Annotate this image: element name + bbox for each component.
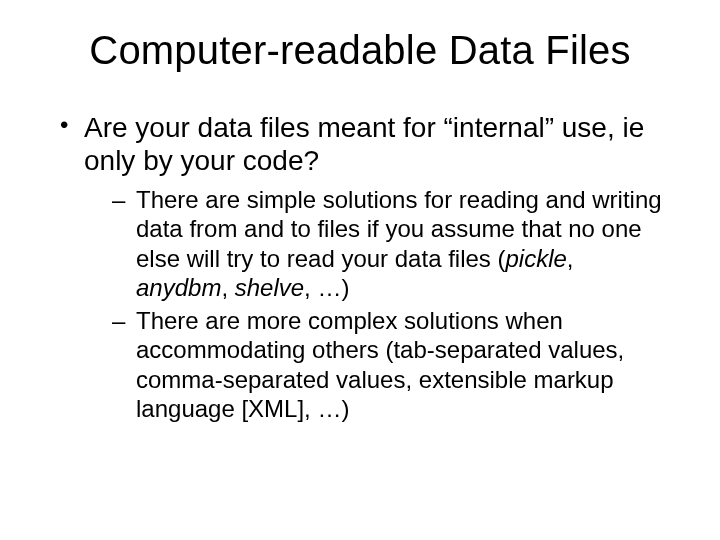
sub-bullet-1: There are simple solutions for reading a… <box>112 185 672 302</box>
sub1-italic-shelve: shelve <box>235 274 304 301</box>
sub1-italic-pickle: pickle <box>505 245 566 272</box>
sub1-sep1: , <box>567 245 574 272</box>
bullet-item-1: Are your data files meant for “internal”… <box>56 111 672 423</box>
sub1-sep2: , <box>221 274 234 301</box>
slide-title: Computer-readable Data Files <box>48 28 672 73</box>
sub1-post: , …) <box>304 274 349 301</box>
bullet-list-level1: Are your data files meant for “internal”… <box>48 111 672 423</box>
sub2-text: There are more complex solutions when ac… <box>136 307 624 422</box>
sub1-pre: There are simple solutions for reading a… <box>136 186 662 272</box>
bullet-list-level2: There are simple solutions for reading a… <box>84 185 672 423</box>
sub-bullet-2: There are more complex solutions when ac… <box>112 306 672 423</box>
bullet-1-quoted: “internal” <box>444 112 554 143</box>
sub1-italic-anydbm: anydbm <box>136 274 221 301</box>
bullet-1-text-pre: Are your data files meant for <box>84 112 444 143</box>
